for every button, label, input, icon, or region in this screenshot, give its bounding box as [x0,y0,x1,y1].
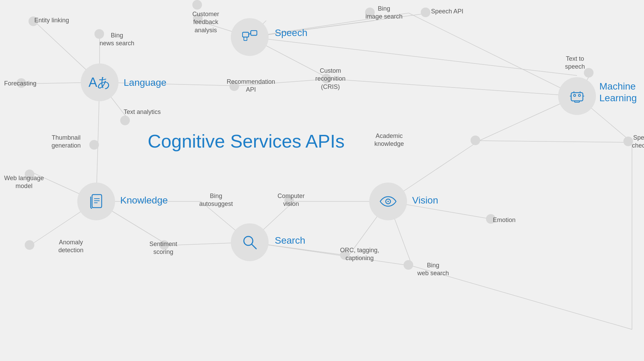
svg-point-44 [574,94,576,96]
svg-rect-38 [251,31,257,35]
bing-web-search-node [404,260,413,270]
svg-rect-43 [571,93,583,101]
svg-line-32 [330,79,577,96]
vision-label: Vision [412,195,438,206]
language-icon: Aあ [89,74,111,91]
svg-line-11 [100,82,238,86]
anomaly-detection-node [25,240,34,250]
text-to-speech-node [584,68,594,78]
anomaly-detection-label: Anomaly detection [58,238,83,255]
vision-node[interactable] [369,183,407,220]
svg-line-22 [250,242,412,266]
sentiment-scoring-label: Sentiment scoring [149,240,177,256]
ml-node[interactable] [558,77,596,115]
thumbnail-generation-node [89,140,99,150]
computer-vision-label: Computer vision [278,192,305,208]
bing-web-search-label: Bing web search [417,261,449,278]
language-label: Language [124,77,167,88]
ml-icon [568,89,586,104]
bing-image-label: Bing image search [365,5,403,21]
network-diagram: Speech Aあ Language Machine Learning [0,0,644,361]
speech-label: Speech [275,27,307,38]
knowledge-icon [89,194,104,209]
academic-knowledge-node [471,136,480,145]
emotion-label: Emotion [493,216,516,224]
recommendation-api-label: Recommendation API [227,78,275,94]
ml-label: Machine Learning [599,81,644,104]
search-icon [242,235,257,250]
customer-feedback-label: Customer feedback analysis [192,10,219,34]
main-title: Cognitive Services APIs [148,130,344,152]
academic-knowledge-label: Academic knowledge [374,132,404,148]
bing-news-label: Bing news search [100,32,134,48]
language-node[interactable]: Aあ [81,63,118,101]
ocr-tagging-label: ORC, tagging, captioning [340,246,379,263]
entity-linking-label: Entity linking [34,16,69,24]
knowledge-node[interactable] [77,183,115,220]
svg-line-6 [250,37,577,75]
custom-recognition-label: Custom recognition (CRIS) [315,67,346,91]
text-analytics-node [120,116,130,125]
svg-point-45 [578,94,580,96]
text-to-speech-label: Text to speech [565,55,585,71]
spell-check-node [623,137,633,146]
spell-check-label: Spell check [632,134,644,150]
bing-autosuggest-label: Bing autosuggest [199,192,233,208]
svg-rect-37 [242,32,249,37]
web-language-model-label: Web language model [4,174,44,190]
svg-point-59 [387,201,389,202]
search-node[interactable] [231,223,269,261]
thumbnail-generation-label: Thumbnail generation [52,134,81,150]
forecasting-label: Forecasting [4,80,36,88]
speech-node[interactable] [231,18,269,56]
bing-autosuggest-node [192,0,202,10]
svg-line-34 [479,141,632,142]
speech-api-label: Speech API [431,8,463,15]
svg-line-28 [409,13,577,96]
svg-line-57 [252,244,256,249]
speech-api-node [421,8,430,17]
knowledge-label: Knowledge [120,195,168,206]
search-label: Search [275,235,305,246]
vision-icon [380,196,397,207]
text-analytics-label: Text analytics [124,108,161,116]
speech-icon [242,30,257,44]
connections-svg [0,0,644,361]
